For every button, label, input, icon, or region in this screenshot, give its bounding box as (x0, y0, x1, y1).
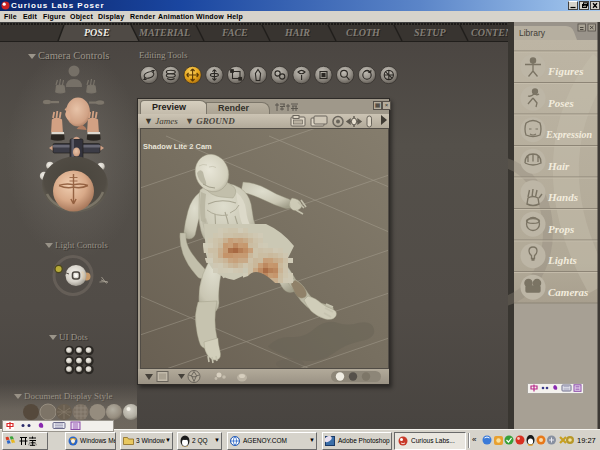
svg-text:Hair: Hair (547, 160, 570, 172)
svg-text:Lights: Lights (547, 254, 577, 266)
svg-text:Poses: Poses (548, 97, 574, 109)
svg-text:Hands: Hands (547, 191, 578, 203)
svg-text:Props: Props (548, 223, 574, 235)
svg-text:Expression: Expression (545, 129, 593, 140)
svg-text:Cameras: Cameras (548, 286, 588, 298)
svg-text:Shadow Lite 2 Cam: Shadow Lite 2 Cam (143, 142, 212, 151)
svg-text:Figures: Figures (547, 65, 583, 77)
svg-text:Library: Library (519, 28, 546, 38)
